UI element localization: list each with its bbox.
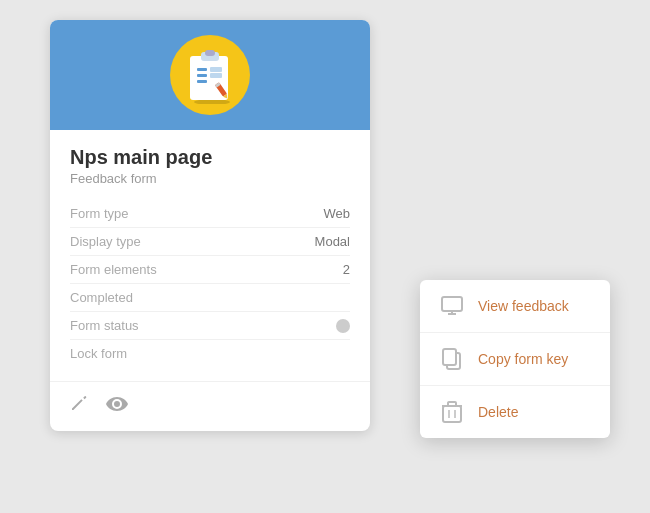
label-form-elements: Form elements [70, 262, 157, 277]
svg-rect-16 [443, 349, 456, 365]
label-form-status: Form status [70, 318, 139, 333]
monitor-icon [440, 294, 464, 318]
trash-icon [440, 400, 464, 424]
menu-label-delete: Delete [478, 404, 518, 420]
row-form-status: Form status [70, 312, 350, 340]
menu-item-delete[interactable]: Delete [420, 386, 610, 438]
edit-icon[interactable] [70, 394, 90, 419]
row-form-type: Form type Web [70, 200, 350, 228]
svg-rect-8 [210, 73, 222, 78]
row-completed: Completed [70, 284, 350, 312]
label-completed: Completed [70, 290, 133, 305]
card-header [50, 20, 370, 130]
context-menu: View feedback Copy form key [420, 280, 610, 438]
label-lock-form: Lock form [70, 346, 127, 361]
row-form-elements: Form elements 2 [70, 256, 350, 284]
svg-rect-12 [442, 297, 462, 311]
svg-rect-17 [443, 406, 461, 422]
value-form-type: Web [324, 206, 351, 221]
menu-label-view-feedback: View feedback [478, 298, 569, 314]
row-lock-form: Lock form [70, 340, 350, 367]
menu-item-copy-form-key[interactable]: Copy form key [420, 333, 610, 386]
clipboard-svg [184, 46, 236, 104]
svg-rect-5 [197, 74, 207, 77]
row-display-type: Display type Modal [70, 228, 350, 256]
svg-rect-3 [205, 50, 215, 56]
menu-item-view-feedback[interactable]: View feedback [420, 280, 610, 333]
menu-label-copy-form-key: Copy form key [478, 351, 568, 367]
eye-icon[interactable] [106, 394, 128, 419]
scene: Nps main page Feedback form Form type We… [0, 0, 650, 513]
label-form-type: Form type [70, 206, 129, 221]
form-card: Nps main page Feedback form Form type We… [50, 20, 370, 431]
copy-icon [440, 347, 464, 371]
card-body: Nps main page Feedback form Form type We… [50, 130, 370, 381]
svg-rect-6 [197, 80, 207, 83]
status-dot [336, 319, 350, 333]
svg-rect-4 [197, 68, 207, 71]
card-subtitle: Feedback form [70, 171, 350, 186]
form-icon-circle [170, 35, 250, 115]
svg-rect-7 [210, 67, 222, 72]
card-title: Nps main page [70, 146, 350, 169]
value-form-elements: 2 [343, 262, 350, 277]
svg-rect-19 [448, 402, 456, 406]
card-footer [50, 381, 370, 431]
value-display-type: Modal [315, 234, 350, 249]
label-display-type: Display type [70, 234, 141, 249]
